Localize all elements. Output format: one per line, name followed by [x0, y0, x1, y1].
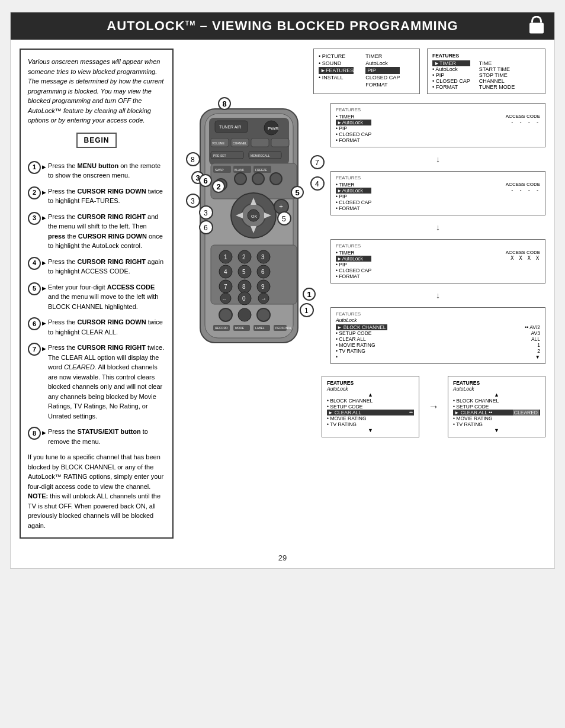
- right-panels: FEATURES • TIMER ►AutoLock • PIP • CLOSE…: [330, 103, 545, 364]
- svg-point-26: [252, 173, 264, 185]
- step-text-5: Enter your four-digit ACCESS CODE and th…: [43, 282, 165, 312]
- svg-text:1: 1: [224, 254, 227, 260]
- svg-text:VOLUME: VOLUME: [212, 141, 225, 145]
- svg-rect-9: [251, 138, 269, 147]
- page-container: AUTOLOCKTM – VIEWING BLOCKED PROGRAMMING…: [10, 12, 555, 569]
- svg-text:6: 6: [261, 269, 265, 275]
- arrow-1: ↓: [330, 154, 545, 164]
- diagram-step-6: 6: [199, 174, 212, 187]
- diagram-step-8: 8: [218, 97, 231, 110]
- remote-diagram: 8 3 2 5 6 1 TUNER AIR: [182, 103, 325, 354]
- svg-point-64: [238, 308, 251, 321]
- svg-text:5: 5: [282, 215, 286, 223]
- page-header: AUTOLOCKTM – VIEWING BLOCKED PROGRAMMING: [11, 12, 554, 40]
- svg-text:SWAP: SWAP: [215, 168, 224, 172]
- svg-text:6: 6: [204, 224, 208, 232]
- diagram-step-1: 1: [303, 288, 316, 301]
- step-num-3: 3: [28, 212, 41, 225]
- svg-point-65: [257, 308, 270, 321]
- step-num-1: 1: [28, 161, 41, 174]
- begin-label: BEGIN: [76, 133, 116, 148]
- step-text-8: Press the STATUS/EXIT button to remove t…: [43, 427, 165, 446]
- main-menu-panel: • PICTURE • SOUND ►FEATURES • INSTALL TI…: [313, 49, 420, 94]
- diagram-step-2: 2: [212, 180, 225, 193]
- svg-text:3: 3: [204, 209, 208, 217]
- svg-text:2: 2: [242, 254, 246, 260]
- page-title: AUTOLOCKTM – VIEWING BLOCKED PROGRAMMING: [107, 18, 458, 34]
- svg-text:8: 8: [242, 284, 246, 290]
- step-num-8: 8: [28, 427, 41, 440]
- svg-text:9: 9: [261, 284, 265, 290]
- timer-submenu-panel: FEATURES ►TIMER • AutoLock • PIP • CLOSE…: [427, 49, 545, 94]
- svg-text:7: 7: [315, 159, 319, 167]
- svg-text:→: →: [261, 295, 267, 302]
- svg-text:PRE-SET: PRE-SET: [213, 154, 226, 157]
- svg-text:3: 3: [191, 197, 195, 205]
- svg-text:FREEZE: FREEZE: [255, 168, 267, 172]
- bottom-panels-row: FEATURES AutoLock ▲ • BLOCK CHANNEL • SE…: [182, 376, 545, 437]
- instructions-panel: Various onscreen messages will appear wh…: [20, 49, 174, 539]
- step-num-2: 2: [28, 186, 41, 199]
- svg-point-63: [219, 308, 232, 321]
- step-text-4: Press the CURSOR RING RIGHT again to hig…: [43, 257, 165, 276]
- svg-text:OK: OK: [251, 214, 257, 218]
- svg-text:MODE: MODE: [235, 326, 245, 330]
- arrow-3: ↓: [330, 291, 545, 300]
- access-code-panel-2: FEATURES • TIMER ►AutoLock • PIP • CLOSE…: [330, 171, 545, 215]
- step-num-7: 7: [28, 343, 41, 356]
- svg-text:1: 1: [304, 307, 309, 315]
- svg-point-27: [270, 173, 282, 185]
- access-code-panel-3: FEATURES • TIMER ►AutoLock • PIP • CLOSE…: [330, 239, 545, 284]
- step-1: 1 Press the MENU button on the remote to…: [28, 161, 165, 181]
- svg-text:--: --: [223, 297, 226, 302]
- block-channel-panel: FEATURES AutoLock ► BLOCK CHANNEL • SETU…: [330, 307, 545, 364]
- svg-text:3: 3: [261, 254, 265, 260]
- svg-text:TUNER AIR: TUNER AIR: [219, 125, 241, 129]
- svg-text:PERSONAL: PERSONAL: [275, 326, 291, 330]
- main-content: Various onscreen messages will appear wh…: [11, 40, 554, 547]
- lock-icon: [528, 16, 545, 37]
- svg-point-25: [235, 173, 246, 185]
- step-4: 4 Press the CURSOR RING RIGHT again to h…: [28, 257, 165, 276]
- diagram-step-5: 5: [291, 186, 304, 199]
- svg-text:+: +: [279, 202, 283, 211]
- svg-text:CHANNEL: CHANNEL: [233, 141, 247, 145]
- bottom-arrow: →: [428, 376, 439, 437]
- step-7: 7 Press the CURSOR RING RIGHT twice. The…: [28, 343, 165, 421]
- bottom-left-panel: FEATURES AutoLock ▲ • BLOCK CHANNEL • SE…: [322, 376, 419, 437]
- svg-text:4: 4: [315, 180, 319, 188]
- svg-text:PWR: PWR: [268, 126, 279, 131]
- step-3: 3 Press the CURSOR RING RIGHT and the me…: [28, 212, 165, 251]
- svg-text:RECORD: RECORD: [215, 326, 228, 330]
- arrow-2: ↓: [330, 223, 545, 232]
- step-6: 6 Press the CURSOR RING DOWN twice to hi…: [28, 317, 165, 337]
- svg-text:5: 5: [242, 269, 246, 275]
- diagram-panel: • PICTURE • SOUND ►FEATURES • INSTALL TI…: [174, 49, 545, 539]
- svg-text:LABEL: LABEL: [255, 326, 265, 330]
- step-num-4: 4: [28, 257, 41, 270]
- step-text-2: Press the CURSOR RING DOWN twice to high…: [43, 186, 165, 206]
- step-num-5: 5: [28, 282, 41, 295]
- svg-text:4: 4: [224, 269, 227, 275]
- intro-text: Various onscreen messages will appear wh…: [28, 57, 165, 125]
- step-5: 5 Enter your four-digit ACCESS CODE and …: [28, 282, 165, 312]
- svg-text:7: 7: [224, 284, 227, 290]
- svg-text:0: 0: [242, 295, 246, 302]
- svg-text:8: 8: [191, 156, 195, 164]
- svg-rect-10: [271, 138, 289, 147]
- svg-text:BLANK: BLANK: [235, 168, 245, 172]
- svg-text:MEM/RECALL: MEM/RECALL: [251, 154, 270, 157]
- note-text: If you tune to a specific channel that h…: [28, 452, 165, 530]
- step-text-6: Press the CURSOR RING DOWN twice to high…: [43, 317, 165, 337]
- step-text-1: Press the MENU button on the remote to s…: [43, 161, 165, 181]
- page-number: 29: [11, 547, 554, 568]
- bottom-right-panel: FEATURES AutoLock ▲ • BLOCK CHANNEL • SE…: [448, 376, 545, 437]
- remote-svg: TUNER AIR PWR VOLUME CHANNEL PRE: [182, 103, 325, 352]
- step-text-7: Press the CURSOR RING RIGHT twice. The C…: [43, 343, 165, 421]
- step-num-6: 6: [28, 317, 41, 330]
- access-code-panel-1: FEATURES • TIMER ►AutoLock • PIP • CLOSE…: [330, 103, 545, 147]
- step-2: 2 Press the CURSOR RING DOWN twice to hi…: [28, 186, 165, 206]
- step-8: 8 Press the STATUS/EXIT button to remove…: [28, 427, 165, 446]
- step-text-3: Press the CURSOR RING RIGHT and the menu…: [43, 212, 165, 251]
